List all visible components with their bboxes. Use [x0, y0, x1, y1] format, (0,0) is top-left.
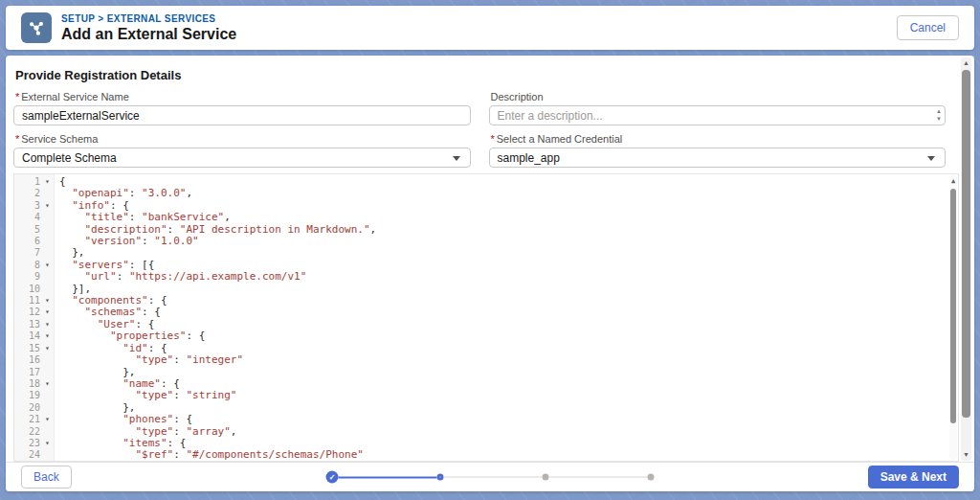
page-scrollbar[interactable]: ▲ ▼	[961, 57, 971, 461]
editor-line: 14▾ "properties": {	[14, 330, 958, 342]
fold-toggle-icon[interactable]: ▾	[40, 200, 55, 212]
back-button[interactable]: Back	[21, 466, 72, 489]
editor-line: 19 "type": "string"	[14, 390, 958, 401]
code-text: "type": "string"	[55, 390, 236, 401]
page-scrollbar-thumb[interactable]	[962, 70, 970, 418]
header-text: SETUP > EXTERNAL SERVICES Add an Externa…	[61, 13, 236, 43]
scroll-up-icon[interactable]: ▲	[949, 176, 957, 186]
line-number: 24	[14, 449, 40, 461]
fold-toggle-icon[interactable]: ▾	[40, 414, 55, 425]
save-next-button[interactable]: Save & Next	[868, 466, 959, 489]
line-number: 10	[14, 284, 40, 295]
registration-form: *External Service Name *Service Schema C…	[6, 82, 974, 175]
code-text: "type": "integer"	[55, 354, 243, 366]
editor-line: 7 },	[14, 247, 958, 259]
editor-line: 2 "openapi": "3.0.0",	[14, 188, 958, 199]
fold-gutter-spacer	[40, 188, 55, 199]
editor-scrollbar[interactable]: ▲	[949, 175, 957, 460]
required-asterisk: *	[15, 133, 19, 145]
progress-step-2	[437, 474, 444, 481]
fold-gutter-spacer	[40, 284, 55, 295]
chevron-down-icon	[453, 156, 460, 161]
progress-connector	[549, 476, 648, 478]
line-number: 21	[14, 414, 40, 425]
fold-toggle-icon[interactable]: ▾	[40, 176, 55, 188]
page-title: Add an External Service	[61, 25, 236, 43]
line-number: 13	[14, 319, 40, 330]
fold-gutter-spacer	[40, 367, 55, 378]
scroll-up-icon[interactable]: ▲	[961, 58, 971, 68]
setup-header: SETUP > EXTERNAL SERVICES Add an Externa…	[6, 6, 974, 50]
editor-scrollbar-thumb[interactable]	[950, 189, 956, 423]
fold-toggle-icon[interactable]: ▾	[40, 295, 55, 307]
service-schema-label: *Service Schema	[15, 133, 471, 145]
form-right-column: Description ▲▼ *Select a Named Credentia…	[489, 91, 947, 175]
fold-gutter-spacer	[40, 271, 55, 283]
code-text: "url": "https://api.example.com/v1"	[55, 271, 306, 283]
line-number: 9	[14, 271, 40, 283]
arrow-down-icon[interactable]: ▼	[936, 115, 942, 123]
description-label: Description	[491, 91, 947, 102]
line-number: 3	[14, 200, 40, 212]
fold-gutter-spacer	[40, 212, 55, 223]
fold-gutter-spacer	[40, 247, 55, 259]
description-input[interactable]	[489, 105, 947, 125]
line-number: 11	[14, 295, 40, 307]
code-text: "$ref": "#/components/schemas/Phone"	[55, 449, 364, 461]
fold-toggle-icon[interactable]: ▾	[40, 438, 55, 449]
line-number: 7	[14, 247, 40, 259]
fold-toggle-icon[interactable]: ▾	[40, 343, 55, 354]
wizard-footer: Back ✓ Save & Next	[6, 462, 974, 491]
fold-gutter-spacer	[40, 236, 55, 247]
external-service-name-input[interactable]	[13, 105, 471, 125]
scroll-down-icon[interactable]: ▼	[961, 450, 971, 460]
line-number: 1	[14, 176, 40, 188]
textarea-scroll-arrows[interactable]: ▲▼	[936, 107, 942, 123]
chevron-down-icon	[927, 156, 935, 161]
fold-toggle-icon[interactable]: ▾	[40, 330, 55, 342]
service-schema-value: Complete Schema	[22, 151, 117, 165]
required-asterisk: *	[15, 91, 19, 102]
progress-step-1: ✓	[326, 471, 339, 484]
line-number: 22	[14, 426, 40, 438]
line-number: 15	[14, 343, 40, 354]
required-asterisk: *	[491, 133, 495, 145]
fold-toggle-icon[interactable]: ▾	[40, 307, 55, 318]
schema-editor-lines: 1▾{2 "openapi": "3.0.0",3▾ "info": {4 "t…	[14, 176, 958, 462]
editor-line: 24 "$ref": "#/components/schemas/Phone"	[14, 449, 958, 461]
breadcrumb[interactable]: SETUP > EXTERNAL SERVICES	[61, 13, 236, 25]
registration-details-panel: Provide Registration Details *External S…	[6, 56, 974, 491]
line-number: 20	[14, 402, 40, 414]
fold-toggle-icon[interactable]: ▾	[40, 319, 55, 330]
fold-gutter-spacer	[40, 224, 55, 236]
schema-code-editor[interactable]: 1▾{2 "openapi": "3.0.0",3▾ "info": {4 "t…	[13, 173, 959, 462]
fold-toggle-icon[interactable]: ▾	[40, 260, 55, 271]
editor-line: 12▾ "schemas": {	[14, 307, 958, 318]
progress-steps: ✓	[326, 471, 655, 484]
fold-gutter-spacer	[40, 449, 55, 461]
line-number: 14	[14, 330, 40, 342]
fold-toggle-icon[interactable]: ▾	[40, 378, 55, 390]
line-number: 19	[14, 390, 40, 401]
line-number: 12	[14, 307, 40, 318]
service-schema-select[interactable]: Complete Schema	[13, 148, 471, 168]
section-title: Provide Registration Details	[6, 56, 974, 82]
external-services-icon	[21, 12, 52, 43]
line-number: 6	[14, 236, 40, 247]
line-number: 17	[14, 367, 40, 378]
line-number: 23	[14, 438, 40, 449]
named-credential-select[interactable]: sample_app	[489, 148, 947, 168]
line-number: 18	[14, 378, 40, 390]
editor-line: 16 "type": "integer"	[14, 354, 958, 366]
form-left-column: *External Service Name *Service Schema C…	[13, 91, 471, 175]
line-number: 16	[14, 354, 40, 366]
named-credential-label: *Select a Named Credential	[491, 133, 947, 145]
editor-line: 9 "url": "https://api.example.com/v1"	[14, 271, 958, 283]
editor-line: 6 "version": "1.0.0"	[14, 236, 958, 247]
fold-gutter-spacer	[40, 354, 55, 366]
cancel-button[interactable]: Cancel	[897, 15, 959, 40]
line-number: 8	[14, 260, 40, 271]
fold-gutter-spacer	[40, 390, 55, 401]
progress-step-3	[543, 474, 549, 481]
arrow-up-icon[interactable]: ▲	[936, 107, 942, 115]
